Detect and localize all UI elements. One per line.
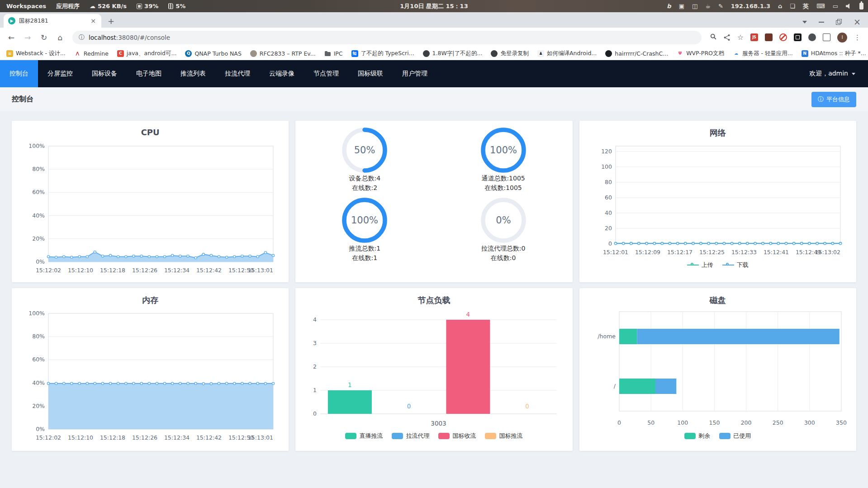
legend-item-国标推流[interactable]: 国标推流 — [485, 432, 522, 440]
nav-tab-5[interactable]: 推流列表 — [171, 60, 215, 87]
password-key-icon[interactable] — [708, 33, 718, 42]
input-method-indicator[interactable]: 英 — [803, 3, 809, 9]
memory-usage-indicator[interactable]: 5% — [168, 3, 185, 9]
svg-text:100%: 100% — [351, 215, 378, 226]
legend-item-已使用[interactable]: 已使用 — [719, 432, 751, 440]
platform-info-button[interactable]: ⓘ 平台信息 — [811, 92, 856, 107]
bookmark-item-12[interactable]: ΨWVP-PRO文档 — [677, 50, 724, 57]
address-bar[interactable]: ⓘ localhost:38080/#/console — [72, 31, 702, 44]
workspaces-button[interactable]: Workspaces — [6, 3, 46, 9]
bookmark-item-14[interactable]: NHDAtmos :: 种子 *... — [802, 50, 866, 57]
nav-tab-7[interactable]: 云端录像 — [260, 60, 304, 87]
share-icon[interactable] — [723, 34, 730, 41]
site-info-icon[interactable]: ⓘ — [79, 33, 85, 42]
browser-home-button[interactable]: ⌂ — [53, 33, 67, 42]
tray-clipboard-icon[interactable]: ◫ — [692, 3, 697, 9]
legend-item-下载[interactable]: 下载 — [722, 261, 749, 269]
svg-text:3003: 3003 — [431, 420, 446, 427]
legend-item-剩余[interactable]: 剩余 — [684, 432, 710, 440]
legend-item-国标收流[interactable]: 国标收流 — [438, 432, 476, 440]
browser-tab[interactable]: ▶ 国标28181 × — [4, 14, 101, 28]
volume-icon[interactable] — [846, 4, 852, 9]
profile-avatar[interactable]: I — [837, 33, 847, 43]
tray-home-icon[interactable]: ⌂ — [778, 3, 782, 9]
network-speed-indicator[interactable]: ☁ 526 KB/s — [90, 3, 127, 9]
tab-close-icon[interactable]: × — [90, 17, 97, 24]
bookmark-item-9[interactable]: 免登录复制 — [491, 50, 529, 57]
svg-text:100: 100 — [601, 163, 612, 170]
legend-item-拉流代理[interactable]: 拉流代理 — [392, 432, 429, 440]
nav-tab-2[interactable]: 分屏监控 — [38, 60, 82, 87]
user-menu[interactable]: 欢迎，admin — [809, 60, 868, 87]
applications-menu-button[interactable]: 应用程序 — [56, 2, 80, 10]
bookmark-item-10[interactable]: ♟如何编译Android... — [537, 50, 597, 57]
bookmark-item-4[interactable]: QQNAP Turbo NAS — [185, 50, 241, 57]
nav-tab-8[interactable]: 节点管理 — [304, 60, 348, 87]
extensions-puzzle-icon[interactable] — [808, 33, 816, 41]
node-load-legend: 直播推流拉流代理国标收流国标推流 — [295, 429, 572, 440]
bookmark-favicon-icon: ≡ — [6, 50, 13, 57]
svg-text:/: / — [614, 383, 616, 389]
nav-tab-1[interactable]: 控制台 — [0, 60, 38, 87]
svg-text:250: 250 — [773, 419, 783, 426]
window-minimize-button[interactable] — [819, 22, 824, 23]
memory-card-icon — [168, 3, 173, 9]
legend-item-上传[interactable]: 上传 — [687, 261, 713, 269]
tray-display-icon[interactable]: ▭ — [833, 3, 838, 9]
forward-button[interactable]: → — [21, 33, 34, 42]
legend-swatch-icon — [438, 433, 450, 439]
bookmark-star-icon[interactable]: ☆ — [737, 33, 744, 42]
svg-text:120: 120 — [601, 148, 612, 155]
svg-text:80%: 80% — [32, 166, 45, 172]
svg-text:15:12:02: 15:12:02 — [36, 434, 61, 441]
extension-icon-6[interactable] — [823, 33, 830, 41]
url-path: :38080/#/console — [116, 34, 171, 41]
ring-label-total: 通道总数:1005 — [481, 174, 525, 183]
bookmark-item-2[interactable]: ⋀Redmine — [74, 50, 109, 57]
extension-icon-4[interactable] — [794, 33, 802, 41]
nav-tab-10[interactable]: 用户管理 — [393, 60, 437, 87]
ring-label-online: 在线数:1005 — [484, 183, 522, 193]
tab-search-chevron-icon[interactable] — [802, 21, 807, 24]
back-button[interactable]: ← — [5, 33, 18, 42]
legend-marker-icon — [687, 265, 699, 265]
bookmark-item-8[interactable]: 1.8W字|了不起的... — [423, 50, 483, 57]
extension-adblock-icon[interactable] — [779, 33, 787, 41]
svg-text:15:12:10: 15:12:10 — [68, 434, 93, 441]
bookmark-item-6[interactable]: IPC — [324, 50, 343, 57]
tray-icon-b[interactable]: b — [667, 3, 671, 9]
tray-windows-icon[interactable]: ❏ — [790, 3, 795, 9]
svg-text:100%: 100% — [28, 142, 45, 149]
node-load-chart-title: 节点负载 — [295, 288, 572, 308]
extension-js-icon[interactable]: JS — [750, 33, 758, 41]
dashboard-content: CPU 0%20%40%60%80%100%15:12:0215:12:1015… — [0, 111, 868, 488]
browser-menu-icon[interactable]: ⋮ — [854, 33, 861, 42]
svg-text:50%: 50% — [354, 145, 375, 156]
nav-tab-3[interactable]: 国标设备 — [82, 60, 127, 87]
bookmark-item-7[interactable]: 知了不起的 TypeScri... — [351, 50, 414, 57]
window-close-button[interactable]: × — [854, 19, 861, 25]
bookmark-item-1[interactable]: ≡Webstack - 设计... — [6, 50, 66, 57]
ip-address-indicator[interactable]: 192.168.1.3 — [731, 3, 770, 9]
tray-screenshot-icon[interactable]: ▣ — [679, 3, 684, 9]
legend-item-直播推流[interactable]: 直播推流 — [345, 432, 383, 440]
tray-keyboard-icon[interactable]: ⌨ — [816, 3, 825, 9]
ring-label-online: 在线数:2 — [352, 183, 378, 193]
reload-button[interactable]: ↻ — [37, 33, 51, 42]
bookmark-favicon-icon: ♟ — [537, 50, 544, 57]
bookmark-item-13[interactable]: ☁服务器 - 轻量应用... — [733, 50, 793, 57]
nav-tab-4[interactable]: 电子地图 — [127, 60, 171, 87]
new-tab-button[interactable]: + — [101, 16, 121, 28]
tray-jar-icon[interactable]: ☕ — [705, 3, 711, 9]
svg-text:100%: 100% — [28, 310, 45, 317]
bookmark-item-5[interactable]: RFC2833 – RTP Ev... — [250, 50, 316, 57]
nav-tab-9[interactable]: 国标级联 — [348, 60, 393, 87]
tray-pen-icon[interactable]: ✎ — [718, 3, 723, 9]
nav-tab-6[interactable]: 拉流代理 — [215, 60, 260, 87]
window-restore-button[interactable] — [836, 19, 842, 25]
bookmark-item-11[interactable]: hairrrrr/C-CrashC... — [605, 50, 668, 57]
dashboard-grid: CPU 0%20%40%60%80%100%15:12:0215:12:1015… — [12, 121, 856, 451]
bookmark-item-3[interactable]: Cjava、android可... — [117, 50, 177, 57]
cpu-usage-indicator[interactable]: 39% — [137, 3, 158, 9]
extension-icon-2[interactable] — [765, 33, 773, 41]
